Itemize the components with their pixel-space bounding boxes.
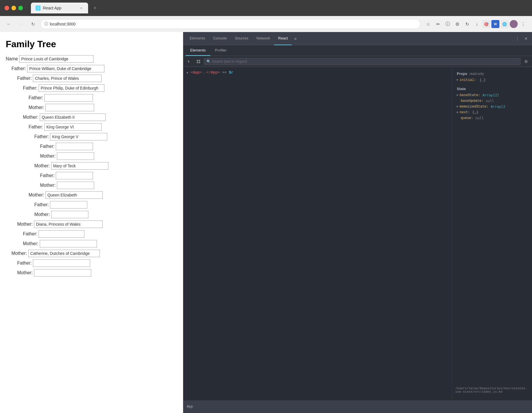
fm-input[interactable]: [34, 221, 103, 228]
svg-rect-0: [197, 60, 198, 61]
ffmf-input[interactable]: [44, 123, 102, 131]
ffmfmf-row: Father:: [40, 172, 177, 179]
ffmffm-label: Mother:: [40, 154, 57, 159]
mf-row: Father:: [17, 259, 177, 267]
download-icon[interactable]: ↓: [473, 20, 481, 28]
ffmff-input[interactable]: [50, 133, 107, 140]
ffmfmm-input[interactable]: [57, 182, 94, 189]
ffm-input[interactable]: [40, 114, 106, 121]
user-avatar[interactable]: [510, 20, 518, 28]
devtools-tab-network[interactable]: Network: [253, 32, 274, 45]
ffmffm-input[interactable]: [57, 152, 94, 160]
reload-icon[interactable]: ↻: [463, 20, 471, 28]
devtools-settings-button[interactable]: ⚙: [522, 58, 530, 65]
devtools-search[interactable]: 🔍: [204, 58, 521, 65]
prop-initial-key: initial:: [460, 78, 476, 82]
close-window-button[interactable]: [5, 6, 9, 10]
svg-rect-2: [197, 62, 198, 63]
mother-1-label: Mother:: [11, 251, 28, 256]
mother-1-input[interactable]: [28, 250, 100, 257]
ffmfm-label: Mother:: [34, 163, 51, 168]
security-icon: ⓘ: [44, 21, 48, 27]
new-tab-button[interactable]: +: [90, 3, 100, 13]
ffff-label: Father:: [29, 95, 44, 100]
component-picker-button[interactable]: [195, 58, 202, 65]
browser-tab[interactable]: ⚛ React App ×: [31, 3, 88, 13]
fmf-input[interactable]: [39, 230, 84, 238]
toolbar-icons: ☆ ✏ ⓘ ⚙ ↻ ↓ 🎯 W 🌐 ⋮: [424, 20, 527, 28]
devtools-tab-react[interactable]: React: [274, 32, 292, 45]
queue-key: queue:: [461, 116, 473, 120]
devtools-tab-console[interactable]: Console: [209, 32, 231, 45]
ffmfm-input[interactable]: [51, 162, 108, 170]
basestate-arrow-icon[interactable]: ▶: [457, 93, 458, 97]
extension-icon-3[interactable]: 🌐: [501, 20, 509, 28]
next-value: {…}: [472, 110, 479, 114]
props-section: Props read-only ▶ initial: {…}: [457, 72, 527, 82]
svg-rect-1: [199, 60, 200, 61]
extension-icon-2[interactable]: W: [491, 20, 499, 28]
ffmmf-input[interactable]: [50, 201, 87, 209]
ffmfff-row: Father:: [40, 143, 177, 150]
fff-input[interactable]: [39, 84, 104, 92]
tree-app-item[interactable]: ▶ <App> … </App> == $r: [183, 69, 452, 76]
baseupdate-value: null: [486, 99, 494, 103]
devtools-tab-sources[interactable]: Sources: [231, 32, 253, 45]
devtools-tab-elements[interactable]: Elements: [186, 32, 209, 45]
fmm-input[interactable]: [40, 240, 97, 247]
refresh-button[interactable]: ↻: [29, 20, 37, 28]
devtools-toolbar: 🔍 ⚙: [183, 56, 532, 67]
tree-ref: $r: [229, 70, 233, 75]
inspect-element-button[interactable]: [186, 58, 193, 65]
devtools-close-button[interactable]: ✕: [522, 35, 530, 42]
fmm-label: Mother:: [23, 241, 40, 246]
ffmfmf-input[interactable]: [56, 172, 93, 179]
devtools-props-panel: Props read-only ▶ initial: {…} State ▶: [452, 67, 532, 400]
fffm-input[interactable]: [45, 104, 94, 111]
devtools-search-input[interactable]: [212, 59, 518, 63]
father-1-input[interactable]: [27, 65, 104, 72]
state-baseupdate-row: baseUpdate: null: [461, 99, 527, 103]
name-input[interactable]: [19, 55, 94, 63]
app-tag-bar: App: [183, 400, 532, 413]
ffmfmm-label: Mother:: [40, 183, 57, 188]
devtools-dock-icon[interactable]: ⋮: [514, 35, 521, 42]
devtools-more-tabs[interactable]: »: [292, 36, 299, 41]
back-button[interactable]: ←: [5, 20, 13, 28]
bookmark-icon[interactable]: ☆: [424, 20, 432, 28]
fmm-row: Mother:: [23, 240, 177, 247]
ffff-input[interactable]: [44, 94, 93, 102]
sub-tab-profiler[interactable]: Profiler: [210, 45, 231, 56]
settings-icon[interactable]: ⚙: [453, 20, 462, 28]
info-icon[interactable]: ⓘ: [443, 20, 452, 28]
url-bar[interactable]: ⓘ localhost:3000: [41, 19, 420, 29]
minimize-window-button[interactable]: [11, 6, 16, 10]
maximize-window-button[interactable]: [18, 6, 23, 10]
mother-1-row: Mother:: [11, 250, 177, 257]
father-1-label: Father:: [11, 66, 27, 71]
next-key: next:: [460, 110, 470, 114]
ffmm-label: Mother:: [29, 192, 45, 198]
edit-icon[interactable]: ✏: [434, 20, 442, 28]
father-father-input[interactable]: [33, 75, 102, 82]
ffmmm-input[interactable]: [51, 211, 88, 218]
extension-icon-1[interactable]: 🎯: [482, 20, 490, 28]
ffmf-label: Father:: [29, 124, 44, 130]
props-readonly-label: read-only: [469, 72, 484, 76]
memoized-arrow-icon[interactable]: ▶: [457, 105, 458, 108]
fffm-label: Mother:: [29, 105, 45, 110]
ffmfff-input[interactable]: [56, 143, 93, 150]
forward-button[interactable]: →: [17, 20, 25, 28]
next-arrow-icon[interactable]: ▶: [457, 110, 458, 114]
name-row: Name: [6, 55, 177, 63]
prop-arrow-icon[interactable]: ▶: [457, 78, 458, 82]
ffmm-input[interactable]: [45, 191, 103, 199]
menu-icon[interactable]: ⋮: [519, 20, 527, 28]
ffmff-row: Father:: [34, 133, 177, 140]
sub-tab-elements[interactable]: Elements: [186, 45, 210, 56]
mm-input[interactable]: [34, 269, 91, 277]
svg-rect-3: [199, 62, 200, 63]
mf-input[interactable]: [33, 259, 90, 267]
devtools-pane: Elements Console Sources Network React »…: [183, 32, 532, 413]
tab-close-button[interactable]: ×: [79, 6, 84, 10]
